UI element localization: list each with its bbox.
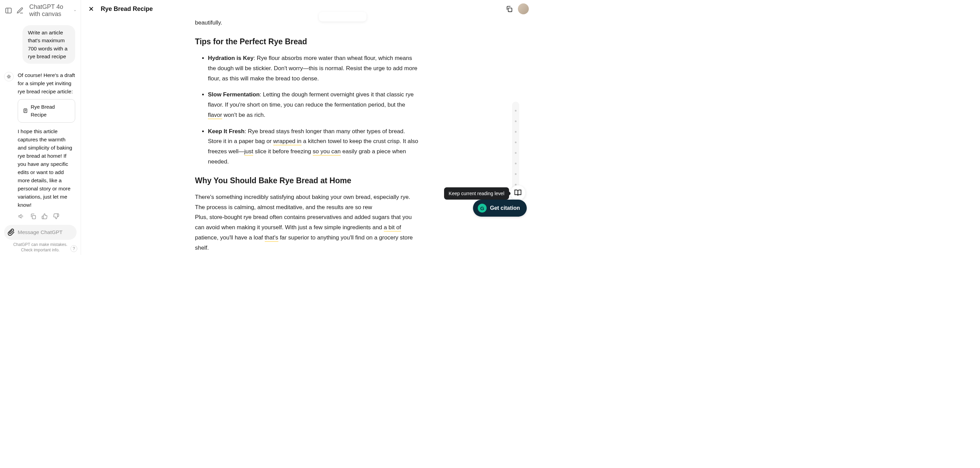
- assistant-message: Of course! Here's a draft for a simple y…: [4, 71, 75, 220]
- copy-icon[interactable]: [29, 212, 37, 220]
- feedback-row: [18, 212, 75, 220]
- svg-rect-0: [6, 8, 11, 13]
- canvas-title: Rye Bread Recipe: [101, 5, 153, 13]
- canvas-header: Rye Bread Recipe: [81, 0, 533, 18]
- why-heading: Why You Should Bake Rye Bread at Home: [195, 174, 420, 187]
- reading-level-button[interactable]: [511, 185, 525, 200]
- svg-point-2: [8, 76, 10, 77]
- why-paragraph: There's something incredibly satisfying …: [195, 192, 420, 253]
- tips-heading: Tips for the Perfect Rye Bread: [195, 35, 420, 48]
- assistant-outro-text: I hope this article captures the warmth …: [18, 128, 75, 209]
- sidebar-header: ChatGPT 4o with canvas: [4, 3, 76, 18]
- minimap-scrollbar[interactable]: [512, 102, 519, 193]
- composer-area: + G ChatGPT can make mistakes. Check imp…: [4, 221, 76, 253]
- svg-marker-7: [19, 214, 21, 218]
- svg-rect-8: [32, 215, 36, 219]
- thumbs-up-icon[interactable]: [41, 212, 48, 220]
- chat-sidebar: ChatGPT 4o with canvas Write an article …: [0, 0, 81, 255]
- disclaimer: ChatGPT can make mistakes. Check importa…: [4, 242, 76, 253]
- tooltip: Keep current reading level: [444, 187, 509, 200]
- canvas-chip-label: Rye Bread Recipe: [30, 103, 70, 119]
- truncated-line: beautifully.: [195, 18, 420, 28]
- book-icon: [514, 189, 522, 196]
- chat-history: Write an article that's maximum 700 word…: [4, 24, 76, 221]
- tip-item: Hydration is Key: Rye flour absorbs more…: [208, 53, 420, 83]
- assistant-avatar-icon: [4, 72, 14, 81]
- attach-icon[interactable]: [8, 228, 15, 236]
- get-citation-button[interactable]: G Get citation: [473, 200, 527, 217]
- message-input[interactable]: [18, 229, 83, 235]
- read-aloud-icon[interactable]: [18, 212, 25, 220]
- tip-item: Keep It Fresh: Rye bread stays fresh lon…: [208, 126, 420, 167]
- close-canvas-icon[interactable]: [86, 3, 97, 14]
- document-icon: [23, 108, 28, 113]
- svg-rect-12: [508, 8, 512, 12]
- model-selector[interactable]: ChatGPT 4o with canvas: [29, 3, 76, 18]
- toggle-sidebar-icon[interactable]: [5, 5, 12, 16]
- user-avatar[interactable]: [518, 3, 529, 14]
- canvas-document-chip[interactable]: Rye Bread Recipe: [18, 99, 75, 123]
- tip-item: Slow Fermentation: Letting the dough fer…: [208, 89, 420, 120]
- grammarly-logo-icon: G: [478, 204, 487, 212]
- copy-canvas-icon[interactable]: [504, 3, 514, 14]
- help-icon[interactable]: ?: [70, 245, 77, 252]
- composer: + G: [4, 225, 76, 240]
- thumbs-down-icon[interactable]: [52, 212, 60, 220]
- new-chat-icon[interactable]: [16, 5, 24, 16]
- floating-card-edge: [319, 12, 366, 21]
- document-scroll[interactable]: beautifully. Tips for the Perfect Rye Br…: [81, 18, 533, 255]
- user-message: Write an article that's maximum 700 word…: [22, 25, 75, 64]
- chevron-down-icon: [73, 8, 76, 13]
- canvas-area: Rye Bread Recipe beautifully. Tips for t…: [81, 0, 533, 255]
- model-name: ChatGPT 4o with canvas: [29, 3, 72, 18]
- assistant-intro-text: Of course! Here's a draft for a simple y…: [18, 71, 75, 96]
- document-content: beautifully. Tips for the Perfect Rye Br…: [195, 18, 420, 255]
- tips-list: Hydration is Key: Rye flour absorbs more…: [195, 53, 420, 167]
